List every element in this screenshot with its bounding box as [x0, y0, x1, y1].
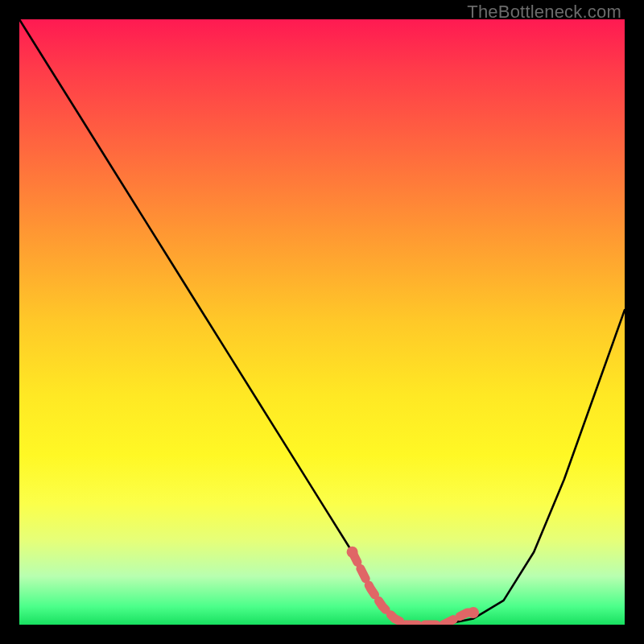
- curve-layer: [19, 19, 625, 625]
- watermark-text: TheBottleneck.com: [467, 2, 621, 23]
- chart-frame: TheBottleneck.com: [0, 0, 644, 644]
- highlighted-region: [347, 547, 479, 625]
- plot-area: [19, 19, 625, 625]
- marker-endcap: [468, 607, 479, 618]
- bottleneck-curve: [19, 19, 625, 625]
- marker-stroke: [353, 552, 473, 625]
- marker-endcap: [347, 547, 358, 558]
